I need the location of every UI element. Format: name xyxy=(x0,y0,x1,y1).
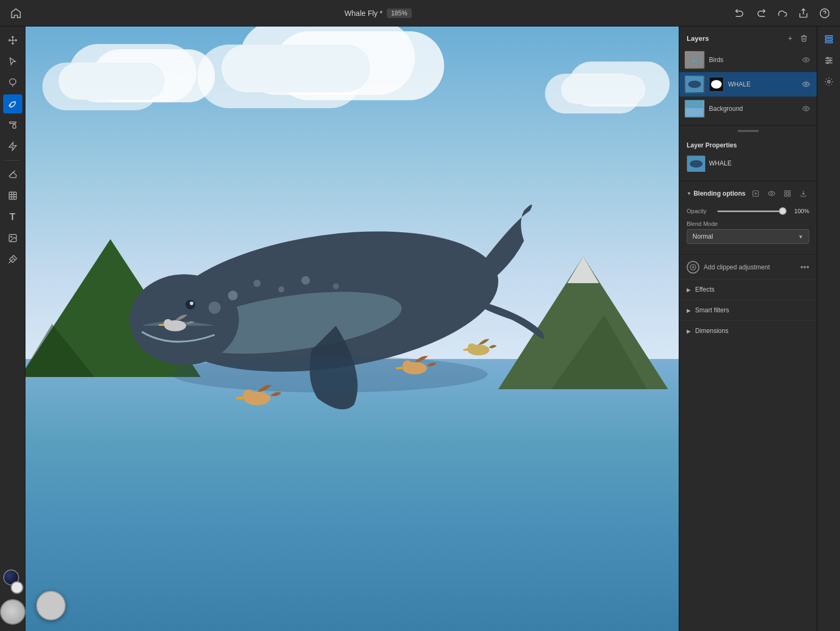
properties-panel-toggle[interactable] xyxy=(820,73,837,90)
layer-item-birds[interactable]: 🐦 Birds xyxy=(679,48,817,72)
layer-name-birds: Birds xyxy=(709,56,796,64)
svg-point-25 xyxy=(333,283,339,289)
svg-rect-58 xyxy=(785,194,787,196)
eyedrop-tool[interactable] xyxy=(3,250,22,269)
lasso-tool[interactable] xyxy=(3,73,22,92)
paint-tool[interactable] xyxy=(3,116,22,135)
tool-separator-1 xyxy=(5,160,20,161)
main-layout: T xyxy=(0,27,840,631)
add-clipped-adjustment-row[interactable]: Add clipped adjustment ••• xyxy=(679,255,817,279)
undo-button[interactable] xyxy=(733,6,747,20)
move-tool[interactable] xyxy=(3,31,22,50)
smart-filters-label: Smart filters xyxy=(695,306,729,314)
layer-visibility-birds[interactable] xyxy=(801,55,811,65)
delete-layer-button[interactable] xyxy=(799,33,809,43)
layer-visibility-whale[interactable] xyxy=(801,79,811,90)
add-layer-button[interactable]: + xyxy=(785,33,795,43)
opacity-track xyxy=(717,211,786,212)
more-options-icon[interactable]: ••• xyxy=(800,262,809,272)
svg-point-28 xyxy=(189,302,193,305)
type-tool[interactable]: T xyxy=(3,207,22,226)
blend-clip-icon[interactable] xyxy=(782,188,793,199)
smart-filters-section[interactable]: ▶ Smart filters xyxy=(679,300,817,320)
share-icon[interactable] xyxy=(796,6,810,20)
blending-title: Blending options xyxy=(694,190,746,197)
layer-properties-thumb xyxy=(687,155,705,171)
cloud-1 xyxy=(58,63,164,100)
fill-tool[interactable] xyxy=(3,137,22,156)
bottom-circle-indicator xyxy=(36,591,66,620)
layer-properties-header: Layer Properties xyxy=(679,136,817,153)
top-bar-left xyxy=(8,6,23,21)
blend-mode-value: Normal xyxy=(692,233,713,240)
blend-visibility-icon[interactable] xyxy=(766,188,777,199)
top-bar: Whale Fly * 185% xyxy=(0,0,840,27)
dimensions-label: Dimensions xyxy=(695,327,729,335)
svg-point-45 xyxy=(805,83,807,85)
right-side-icons xyxy=(817,27,840,631)
cloud-3 xyxy=(561,75,646,104)
cloud-icon[interactable] xyxy=(775,6,789,20)
layer-item-background[interactable]: Background xyxy=(679,97,817,121)
redo-button[interactable] xyxy=(754,6,768,20)
svg-point-66 xyxy=(829,60,830,62)
right-panel: Layers + 🐦 Bi xyxy=(679,27,817,631)
adjustment-panel-toggle[interactable] xyxy=(820,52,837,69)
dimensions-section[interactable]: ▶ Dimensions xyxy=(679,320,817,341)
svg-point-67 xyxy=(827,62,828,64)
blend-download-icon[interactable] xyxy=(798,188,809,199)
background-color[interactable] xyxy=(11,581,23,594)
svg-text:🐦: 🐦 xyxy=(692,58,697,64)
layer-thumb-whale xyxy=(685,75,705,93)
blend-mode-row: Blend Mode Normal ▼ xyxy=(679,218,817,248)
svg-point-42 xyxy=(688,81,701,88)
transform-tool[interactable] xyxy=(3,186,22,205)
layer-visibility-background[interactable] xyxy=(801,103,811,114)
zoom-level[interactable]: 185% xyxy=(387,8,412,18)
layer-thumb-birds: 🐦 xyxy=(685,51,705,69)
canvas-scene xyxy=(25,27,679,631)
svg-point-21 xyxy=(228,291,237,300)
layer-thumb-background xyxy=(685,100,705,118)
canvas-area[interactable] xyxy=(25,27,679,631)
svg-point-26 xyxy=(209,302,221,314)
brush-size-indicator[interactable] xyxy=(0,599,25,625)
select-tool[interactable] xyxy=(3,52,22,71)
svg-point-48 xyxy=(805,108,807,110)
top-bar-right xyxy=(733,6,832,20)
help-icon[interactable] xyxy=(818,6,832,20)
panel-resize-handle[interactable] xyxy=(738,130,759,132)
image-tool[interactable] xyxy=(3,229,22,248)
svg-point-50 xyxy=(690,160,703,168)
svg-point-31 xyxy=(163,319,172,328)
svg-point-68 xyxy=(827,81,830,83)
svg-rect-62 xyxy=(825,36,833,37)
svg-point-23 xyxy=(278,286,284,292)
svg-point-33 xyxy=(243,389,254,400)
blend-add-icon[interactable] xyxy=(750,188,761,199)
brush-tool[interactable] xyxy=(3,94,22,113)
effects-arrow: ▶ xyxy=(687,287,691,293)
blending-section: ▼ Blending options xyxy=(679,181,817,255)
home-icon[interactable] xyxy=(8,6,23,21)
blend-mode-select[interactable]: Normal ▼ xyxy=(687,229,809,244)
layer-properties-title: Layer Properties xyxy=(687,142,737,149)
eraser-tool[interactable] xyxy=(3,165,22,184)
layer-name-whale: WHALE xyxy=(728,81,796,88)
left-toolbar: T xyxy=(0,27,25,631)
blend-action-icons xyxy=(750,188,809,199)
layer-item-whale[interactable]: WHALE xyxy=(679,72,817,97)
layers-panel-toggle[interactable] xyxy=(820,31,837,48)
blend-mode-chevron: ▼ xyxy=(798,234,803,240)
svg-point-22 xyxy=(253,279,261,287)
svg-point-24 xyxy=(301,276,310,285)
effects-section[interactable]: ▶ Effects xyxy=(679,279,817,300)
opacity-label: Opacity xyxy=(687,208,713,214)
svg-point-35 xyxy=(402,361,412,370)
effects-label: Effects xyxy=(695,286,714,293)
whale-image xyxy=(124,147,548,480)
layer-properties-name: WHALE xyxy=(709,160,732,167)
opacity-thumb[interactable] xyxy=(779,207,786,215)
opacity-slider[interactable] xyxy=(717,206,786,216)
color-swatches xyxy=(2,569,23,594)
